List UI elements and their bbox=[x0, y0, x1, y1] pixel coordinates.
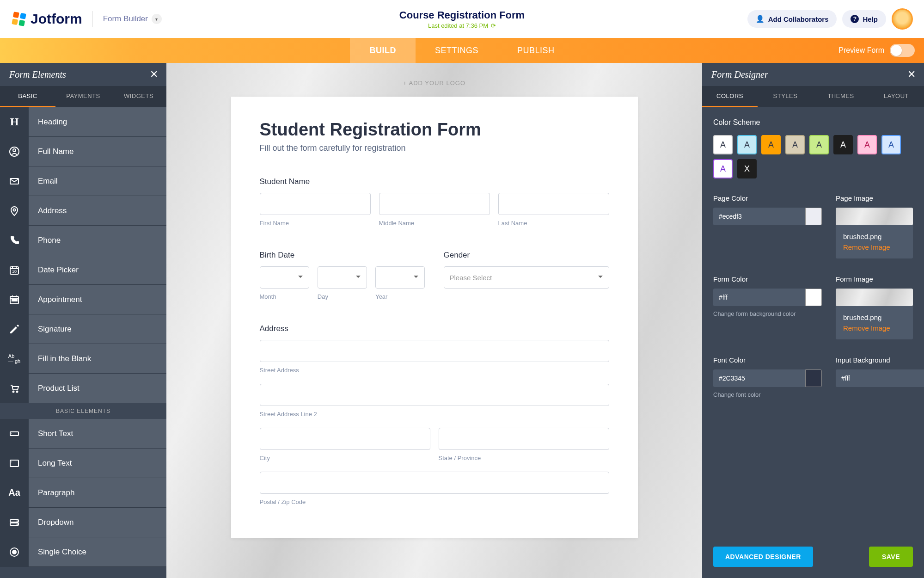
toggle-switch[interactable] bbox=[890, 44, 915, 57]
elements-list[interactable]: HHeadingFull NameEmailAddressPhone10Date… bbox=[0, 107, 166, 578]
city-input[interactable] bbox=[260, 428, 430, 450]
long-icon bbox=[0, 449, 29, 478]
last-edit: Last edited at 7:36 PM ⟳ bbox=[399, 22, 525, 29]
form-canvas[interactable]: + ADD YOUR LOGO Student Registration For… bbox=[166, 63, 702, 578]
preview-form-toggle[interactable]: Preview Form bbox=[838, 38, 915, 63]
element-item[interactable]: Product List bbox=[0, 374, 166, 403]
remove-form-image[interactable]: Remove Image bbox=[843, 324, 906, 332]
q-birth-gender[interactable]: Birth Date Month Day Year Gender Please … bbox=[260, 251, 609, 300]
svg-rect-13 bbox=[16, 300, 17, 301]
main: Form Elements ✕ BASIC PAYMENTS WIDGETS H… bbox=[0, 63, 924, 578]
street2-input[interactable] bbox=[260, 384, 609, 406]
element-item[interactable]: Full Name bbox=[0, 137, 166, 166]
advanced-designer-button[interactable]: ADVANCED DESIGNER bbox=[713, 547, 813, 567]
element-item[interactable]: Email bbox=[0, 166, 166, 196]
divider bbox=[92, 11, 93, 27]
color-swatch[interactable]: A bbox=[881, 135, 901, 154]
remove-page-image[interactable]: Remove Image bbox=[843, 243, 906, 251]
form-subheading[interactable]: Fill out the form carefully for registra… bbox=[260, 143, 609, 153]
element-item[interactable]: Single Choice bbox=[0, 537, 166, 567]
form-color-input[interactable] bbox=[713, 289, 822, 306]
page-image-preview[interactable] bbox=[836, 208, 913, 225]
help-button[interactable]: ? Help bbox=[842, 10, 886, 28]
color-swatch[interactable]: A bbox=[713, 135, 733, 154]
dd-icon bbox=[0, 508, 29, 537]
middle-name-input[interactable] bbox=[379, 193, 490, 215]
right-tab-colors[interactable]: COLORS bbox=[702, 86, 758, 107]
right-tab-themes[interactable]: THEMES bbox=[813, 86, 869, 107]
section-header: BASIC ELEMENTS bbox=[0, 403, 166, 419]
element-item[interactable]: Appointment bbox=[0, 285, 166, 314]
radio-icon bbox=[0, 537, 29, 566]
color-chip[interactable] bbox=[805, 289, 822, 306]
first-name-input[interactable] bbox=[260, 193, 371, 215]
svg-rect-16 bbox=[10, 432, 18, 436]
left-tab-widgets[interactable]: WIDGETS bbox=[111, 86, 166, 107]
street-input[interactable] bbox=[260, 340, 609, 362]
page-color-input[interactable] bbox=[713, 208, 822, 225]
form-heading[interactable]: Student Registration Form bbox=[260, 120, 609, 140]
font-color-input[interactable] bbox=[713, 369, 822, 387]
postal-input[interactable] bbox=[260, 472, 609, 494]
element-item[interactable]: Phone bbox=[0, 226, 166, 255]
element-item[interactable]: Address bbox=[0, 196, 166, 226]
color-swatch[interactable]: A bbox=[809, 135, 829, 154]
day-select[interactable] bbox=[318, 266, 367, 289]
left-tab-payments[interactable]: PAYMENTS bbox=[55, 86, 111, 107]
svg-point-5 bbox=[13, 149, 16, 152]
last-name-input[interactable] bbox=[498, 193, 609, 215]
color-swatch[interactable]: A bbox=[761, 135, 781, 154]
right-panel-header: Form Designer ✕ bbox=[702, 63, 924, 86]
left-tabs: BASIC PAYMENTS WIDGETS bbox=[0, 86, 166, 107]
tab-build[interactable]: BUILD bbox=[350, 38, 416, 63]
element-item[interactable]: Long Text bbox=[0, 449, 166, 478]
element-item[interactable]: Signature bbox=[0, 314, 166, 344]
color-chip[interactable] bbox=[805, 208, 822, 225]
cart-icon bbox=[0, 374, 29, 403]
save-button[interactable]: SAVE bbox=[869, 547, 913, 567]
element-item[interactable]: Ab— ghFill in the Blank bbox=[0, 344, 166, 374]
right-footer: ADVANCED DESIGNER SAVE bbox=[702, 538, 924, 578]
close-icon[interactable]: ✕ bbox=[907, 68, 916, 80]
add-collaborators-button[interactable]: 👤 Add Collaborators bbox=[747, 10, 837, 28]
state-input[interactable] bbox=[439, 428, 609, 450]
gender-select[interactable]: Please Select bbox=[444, 266, 609, 289]
month-select[interactable] bbox=[260, 266, 309, 289]
left-tab-basic[interactable]: BASIC bbox=[0, 86, 55, 107]
element-item[interactable]: AaParagraph bbox=[0, 478, 166, 508]
H-icon: H bbox=[0, 107, 29, 136]
q-address[interactable]: Address Street Address Street Address Li… bbox=[260, 324, 609, 505]
page-title[interactable]: Course Registration Form bbox=[399, 9, 525, 21]
svg-point-21 bbox=[12, 550, 16, 554]
right-tab-layout[interactable]: LAYOUT bbox=[869, 86, 924, 107]
tab-settings[interactable]: SETTINGS bbox=[416, 38, 498, 63]
element-item[interactable]: 10Date Picker bbox=[0, 255, 166, 285]
tab-publish[interactable]: PUBLISH bbox=[498, 38, 574, 63]
element-item[interactable]: HHeading bbox=[0, 107, 166, 137]
right-tab-styles[interactable]: STYLES bbox=[758, 86, 813, 107]
color-swatch[interactable]: A bbox=[833, 135, 853, 154]
Aa-icon: Aa bbox=[0, 478, 29, 507]
color-swatch[interactable]: A bbox=[713, 159, 733, 178]
form-builder-dropdown[interactable]: Form Builder ▾ bbox=[103, 14, 162, 24]
avatar[interactable] bbox=[892, 8, 913, 30]
brand-text: Jotform bbox=[31, 11, 82, 27]
q-student-name[interactable]: Student Name First Name Middle Name Last… bbox=[260, 177, 609, 227]
color-swatch[interactable]: A bbox=[737, 135, 757, 154]
chevron-down-icon: ▾ bbox=[152, 14, 162, 24]
element-item[interactable]: Dropdown bbox=[0, 508, 166, 537]
close-icon[interactable]: ✕ bbox=[150, 68, 158, 80]
color-swatch[interactable]: A bbox=[857, 135, 877, 154]
logo[interactable]: Jotform bbox=[11, 11, 82, 27]
form-builder-label: Form Builder bbox=[103, 14, 148, 24]
form-image-preview[interactable] bbox=[836, 289, 913, 306]
form-card: Student Registration Form Fill out the f… bbox=[231, 97, 638, 538]
refresh-icon[interactable]: ⟳ bbox=[491, 22, 496, 29]
color-swatch[interactable]: A bbox=[785, 135, 805, 154]
year-select[interactable] bbox=[375, 266, 425, 289]
add-logo-button[interactable]: + ADD YOUR LOGO bbox=[403, 74, 465, 97]
color-swatch[interactable]: X bbox=[737, 159, 757, 178]
color-chip[interactable] bbox=[805, 369, 822, 387]
element-item[interactable]: Short Text bbox=[0, 419, 166, 449]
input-bg-input[interactable] bbox=[836, 369, 924, 387]
